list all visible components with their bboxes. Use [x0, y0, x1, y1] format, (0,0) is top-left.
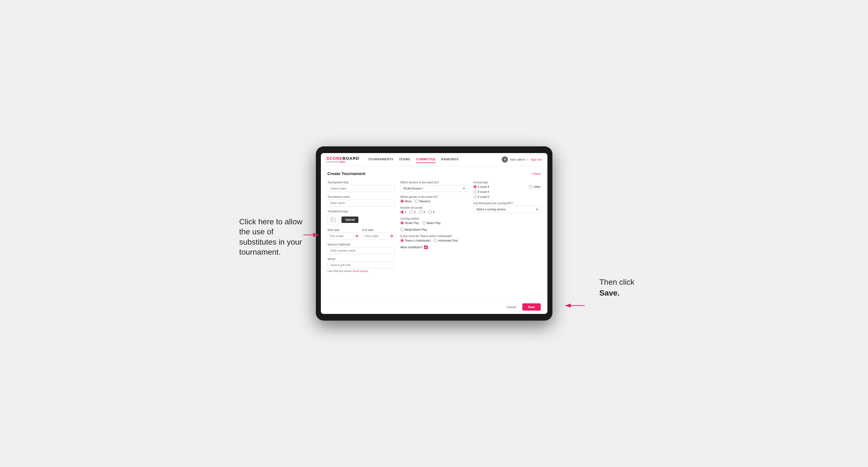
cancel-button[interactable]: Cancel — [503, 303, 520, 311]
scoring-service-select[interactable]: Select a scoring service — [473, 206, 541, 213]
start-date-label: Start date — [328, 228, 360, 231]
gender-mens[interactable]: Mens — [400, 199, 412, 203]
sponsor-group: Sponsor (optional) — [328, 243, 395, 254]
sponsor-input[interactable] — [328, 247, 395, 254]
nav-right: B blair admin | Sign out — [502, 156, 541, 162]
save-button[interactable]: Save — [522, 303, 541, 311]
scoring-label: Scoring system — [400, 217, 468, 220]
start-date-icon: 📅 — [355, 235, 359, 238]
rounds-1[interactable]: 1 — [400, 210, 407, 214]
division-select[interactable]: NCAA Division I NCAA Division II NCAA Di… — [400, 185, 468, 192]
page-title: Create Tournament — [328, 171, 365, 176]
tablet-screen: SCORESCOREBOARDBOARD Powered by clippd T… — [321, 153, 548, 314]
format-label: Format type — [473, 181, 541, 184]
nav-tab-teams[interactable]: TEAMS — [399, 156, 410, 163]
page-content: Create Tournament < Back Tournament Host… — [321, 166, 548, 300]
arrow-left — [303, 232, 320, 238]
page-header: Create Tournament < Back — [328, 171, 541, 176]
scoring-medal-label: Medal Match Play — [405, 228, 427, 231]
scoring-medal[interactable]: Medal Match Play — [400, 228, 427, 231]
email-support-link[interactable]: email support — [353, 270, 368, 273]
rounds-4[interactable]: 4 — [428, 210, 434, 214]
annotation-right: Then click Save. — [599, 277, 634, 298]
venue-help-row: Can't find your venue? email support — [328, 270, 395, 273]
tablet-device: SCORESCOREBOARDBOARD Powered by clippd T… — [316, 146, 552, 321]
logo-area: SCORESCOREBOARDBOARD Powered by clippd — [327, 156, 359, 163]
scoring-match-label: Match Play — [427, 221, 440, 225]
rounds-group: Number of rounds 1 2 3 — [400, 206, 468, 214]
gender-mens-label: Mens — [405, 200, 412, 203]
division-label: Which division is the event for? — [400, 181, 468, 184]
substitutes-group: Allow substitutes? — [400, 246, 468, 249]
rounds-radio-group: 1 2 3 4 — [400, 210, 468, 214]
start-date-field: Start date 📅 — [328, 228, 360, 240]
sponsor-label: Sponsor (optional) — [328, 243, 395, 246]
form-col2: Which division is the event for? NCAA Di… — [400, 181, 468, 276]
gender-radio-group: Mens Womens — [400, 199, 468, 203]
individuals-only[interactable]: Individuals Only — [434, 239, 458, 242]
form-col3: Format type 5 count 4 Other — [473, 181, 541, 276]
signout-link[interactable]: Sign out — [530, 158, 541, 161]
nav-tab-tournaments[interactable]: TOURNAMENTS — [368, 156, 394, 163]
logo-placeholder — [328, 214, 339, 225]
teams-option-label: Teams (+Individuals) — [405, 239, 431, 242]
nav-tab-rankings[interactable]: RANKINGS — [441, 156, 459, 163]
venue-input[interactable] — [328, 261, 395, 269]
tournament-name-label: Tournament name — [328, 195, 395, 198]
substitutes-label: Allow substitutes? — [400, 246, 423, 249]
teams-group: Is this event for Teams and/or Individua… — [400, 235, 468, 242]
format-5count4[interactable]: 5 count 4 — [473, 185, 489, 188]
rounds-label: Number of rounds — [400, 206, 468, 209]
substitutes-checkbox-item[interactable]: Allow substitutes? — [400, 246, 468, 249]
gender-group: Which gender is the event for? Mens Wome… — [400, 195, 468, 203]
tournament-name-input[interactable] — [328, 199, 395, 207]
api-label: Use third-party live scoring API? — [473, 202, 541, 205]
upload-button[interactable]: Upload — [341, 217, 359, 223]
rounds-3[interactable]: 3 — [419, 210, 425, 214]
format-other[interactable]: Other — [529, 185, 540, 188]
tournament-logo-label: Tournament logo — [328, 210, 395, 213]
scoring-stroke[interactable]: Stroke Play — [400, 221, 419, 225]
avatar: B — [502, 156, 508, 162]
format-6count4[interactable]: 6 count 4 — [473, 190, 489, 193]
annotation-left: Click here to allow the use of substitut… — [239, 217, 312, 257]
scoring-stroke-label: Stroke Play — [405, 221, 419, 225]
venue-group: Venue Can't find your venue? email suppo… — [328, 257, 395, 273]
page-footer: Cancel Save — [321, 300, 548, 314]
end-date-field: End date 📅 — [362, 228, 395, 240]
end-date-icon: 📅 — [390, 235, 393, 238]
logo-powered-by: Powered by clippd — [327, 161, 359, 163]
logo-score: SCORE — [327, 156, 343, 161]
format-6count4-label: 6 count 4 — [478, 190, 489, 193]
division-group: Which division is the event for? NCAA Di… — [400, 181, 468, 192]
nav-bar: SCORESCOREBOARDBOARD Powered by clippd T… — [321, 153, 548, 166]
tournament-logo-group: Tournament logo Upload — [328, 210, 395, 225]
format-row-1: 5 count 4 Other — [473, 185, 541, 188]
arrow-right — [564, 303, 586, 308]
form-columns: Tournament Host Tournament name Tourname… — [328, 181, 541, 276]
rounds-2[interactable]: 2 — [410, 210, 416, 214]
gender-label: Which gender is the event for? — [400, 195, 468, 198]
format-row-3: 6 count 5 — [473, 195, 541, 198]
substitutes-checkbox[interactable] — [424, 246, 428, 249]
back-link[interactable]: < Back — [531, 172, 541, 175]
teams-with-individuals[interactable]: Teams (+Individuals) — [400, 239, 431, 242]
format-5count4-label: 5 count 4 — [478, 185, 489, 188]
logo-upload-area: Upload — [328, 214, 395, 225]
nav-tab-committee[interactable]: COMMITTEE — [416, 156, 436, 163]
tournament-host-group: Tournament Host — [328, 181, 395, 192]
format-6count5-label: 6 count 5 — [478, 195, 489, 198]
end-date-label: End date — [362, 228, 395, 231]
api-group: Use third-party live scoring API? Select… — [473, 202, 541, 213]
gender-womens[interactable]: Womens — [415, 199, 430, 203]
scoring-match[interactable]: Match Play — [423, 221, 440, 225]
start-date-wrapper: 📅 — [328, 233, 360, 240]
format-group: Format type 5 count 4 Other — [473, 181, 541, 198]
user-name: blair admin — [510, 158, 525, 161]
tournament-host-input[interactable] — [328, 185, 395, 192]
teams-label: Is this event for Teams and/or Individua… — [400, 235, 468, 238]
format-6count5[interactable]: 6 count 5 — [473, 195, 489, 198]
venue-label: Venue — [328, 257, 395, 260]
nav-tabs: TOURNAMENTS TEAMS COMMITTEE RANKINGS — [368, 156, 495, 163]
form-col1: Tournament Host Tournament name Tourname… — [328, 181, 395, 276]
